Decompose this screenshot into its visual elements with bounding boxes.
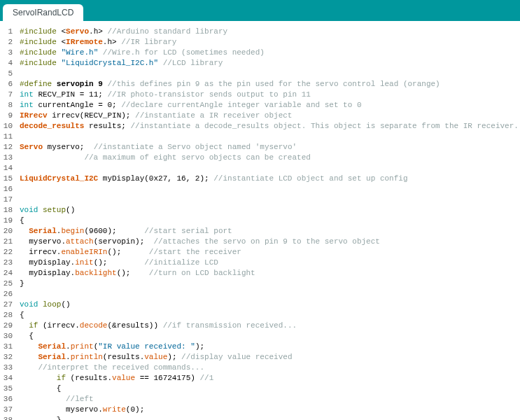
line-number: 27 <box>0 300 20 310</box>
line-code[interactable]: Servo myservo; //instantiate a Servo obj… <box>20 142 520 153</box>
line-code[interactable]: { <box>20 216 520 226</box>
line-code[interactable]: } <box>20 279 520 289</box>
code-line[interactable]: 11 <box>0 132 520 142</box>
line-code[interactable]: //a maximum of eight servo objects can b… <box>20 153 520 163</box>
line-number: 6 <box>0 79 20 90</box>
line-number: 9 <box>0 111 20 121</box>
line-code[interactable]: void loop() <box>20 300 520 310</box>
line-number: 2 <box>0 37 20 48</box>
code-line[interactable]: 3#include "Wire.h" //Wire.h for LCD (som… <box>0 48 520 58</box>
line-code[interactable]: //interpret the received commands... <box>20 363 520 373</box>
line-code[interactable]: Serial.print("IR value received: "); <box>20 342 520 352</box>
line-code[interactable]: { <box>20 310 520 321</box>
line-number: 7 <box>0 90 20 100</box>
line-number: 18 <box>0 205 20 216</box>
code-line[interactable]: 35 { <box>0 384 520 394</box>
line-code[interactable]: IRrecv irrecv(RECV_PIN); //instantiate a… <box>20 111 520 121</box>
line-number: 33 <box>0 363 20 373</box>
line-code[interactable] <box>20 163 520 174</box>
line-code[interactable]: int currentAngle = 0; //declare currentA… <box>20 100 520 111</box>
file-tab[interactable]: ServoIRandLCD <box>3 4 83 21</box>
code-line[interactable]: 25} <box>0 279 520 289</box>
line-code[interactable]: #include <Servo.h> //Arduino standard li… <box>20 27 520 37</box>
code-line[interactable]: 38 } <box>0 415 520 420</box>
code-line[interactable]: 6#define servopin 9 //this defines pin 9… <box>0 79 520 90</box>
ide-tab-bar: ServoIRandLCD <box>0 0 520 21</box>
code-line[interactable]: 18void setup() <box>0 205 520 216</box>
line-code[interactable]: LiquidCrystal_I2C myDisplay(0x27, 16, 2)… <box>20 174 520 184</box>
code-line[interactable]: 23 myDisplay.init(); //initialize LCD <box>0 258 520 268</box>
code-line[interactable]: 33 //interpret the received commands... <box>0 363 520 373</box>
code-line[interactable]: 5 <box>0 69 520 79</box>
code-line[interactable]: 22 irrecv.enableIRIn(); //start the rece… <box>0 247 520 258</box>
code-line[interactable]: 19{ <box>0 216 520 226</box>
line-code[interactable] <box>20 132 520 142</box>
code-line[interactable]: 30 { <box>0 331 520 342</box>
code-line[interactable]: 10decode_results results; //instantiate … <box>0 121 520 132</box>
code-line[interactable]: 12Servo myservo; //instantiate a Servo o… <box>0 142 520 153</box>
line-code[interactable]: irrecv.enableIRIn(); //start the receive… <box>20 247 520 258</box>
code-line[interactable]: 14 <box>0 163 520 174</box>
line-code[interactable]: int RECV_PIN = 11; //IR photo-transistor… <box>20 90 520 100</box>
code-line[interactable]: 28{ <box>0 310 520 321</box>
code-line[interactable]: 8int currentAngle = 0; //declare current… <box>0 100 520 111</box>
line-code[interactable] <box>20 195 520 205</box>
line-number: 20 <box>0 226 20 237</box>
line-number: 31 <box>0 342 20 352</box>
line-code[interactable]: //left <box>20 394 520 405</box>
line-number: 8 <box>0 100 20 111</box>
line-code[interactable]: decode_results results; //instantiate a … <box>20 121 520 132</box>
line-code[interactable]: } <box>20 415 520 420</box>
line-number: 28 <box>0 310 20 321</box>
code-line[interactable]: 13 //a maximum of eight servo objects ca… <box>0 153 520 163</box>
line-number: 3 <box>0 48 20 58</box>
line-number: 10 <box>0 121 20 132</box>
line-code[interactable]: Serial.println(results.value); //display… <box>20 352 520 363</box>
line-code[interactable]: { <box>20 331 520 342</box>
line-code[interactable]: myDisplay.backlight(); //turn on LCD bac… <box>20 268 520 279</box>
code-line[interactable]: 24 myDisplay.backlight(); //turn on LCD … <box>0 268 520 279</box>
code-line[interactable]: 31 Serial.print("IR value received: "); <box>0 342 520 352</box>
code-line[interactable]: 15LiquidCrystal_I2C myDisplay(0x27, 16, … <box>0 174 520 184</box>
code-line[interactable]: 29 if (irrecv.decode(&results)) //if tra… <box>0 321 520 331</box>
code-line[interactable]: 26 <box>0 289 520 300</box>
line-number: 23 <box>0 258 20 268</box>
code-line[interactable]: 2#include <IRremote.h> //IR library <box>0 37 520 48</box>
code-line[interactable]: 32 Serial.println(results.value); //disp… <box>0 352 520 363</box>
line-code[interactable]: myservo.attach(servopin); //attaches the… <box>20 237 520 247</box>
line-number: 34 <box>0 373 20 384</box>
line-number: 32 <box>0 352 20 363</box>
code-line[interactable]: 9IRrecv irrecv(RECV_PIN); //instantiate … <box>0 111 520 121</box>
line-code[interactable]: #include "LiquidCrystal_I2C.h" //LCD lib… <box>20 58 520 69</box>
line-code[interactable]: Serial.begin(9600); //start serial port <box>20 226 520 237</box>
code-line[interactable]: 20 Serial.begin(9600); //start serial po… <box>0 226 520 237</box>
line-code[interactable] <box>20 184 520 195</box>
line-number: 4 <box>0 58 20 69</box>
line-number: 36 <box>0 394 20 405</box>
line-code[interactable]: if (results.value == 16724175) //1 <box>20 373 520 384</box>
code-line[interactable]: 17 <box>0 195 520 205</box>
code-line[interactable]: 27void loop() <box>0 300 520 310</box>
line-code[interactable] <box>20 289 520 300</box>
code-line[interactable]: 4#include "LiquidCrystal_I2C.h" //LCD li… <box>0 58 520 69</box>
code-line[interactable]: 1#include <Servo.h> //Arduino standard l… <box>0 27 520 37</box>
line-code[interactable] <box>20 69 520 79</box>
line-number: 24 <box>0 268 20 279</box>
code-editor[interactable]: 1#include <Servo.h> //Arduino standard l… <box>0 21 520 420</box>
code-line[interactable]: 21 myservo.attach(servopin); //attaches … <box>0 237 520 247</box>
line-number: 26 <box>0 289 20 300</box>
line-number: 38 <box>0 415 20 420</box>
line-code[interactable]: myDisplay.init(); //initialize LCD <box>20 258 520 268</box>
code-line[interactable]: 16 <box>0 184 520 195</box>
line-code[interactable]: myservo.write(0); <box>20 405 520 415</box>
code-line[interactable]: 37 myservo.write(0); <box>0 405 520 415</box>
line-code[interactable]: { <box>20 384 520 394</box>
line-code[interactable]: #include <IRremote.h> //IR library <box>20 37 520 48</box>
code-line[interactable]: 34 if (results.value == 16724175) //1 <box>0 373 520 384</box>
code-line[interactable]: 7int RECV_PIN = 11; //IR photo-transisto… <box>0 90 520 100</box>
code-line[interactable]: 36 //left <box>0 394 520 405</box>
line-code[interactable]: if (irrecv.decode(&results)) //if transm… <box>20 321 520 331</box>
line-code[interactable]: void setup() <box>20 205 520 216</box>
line-code[interactable]: #define servopin 9 //this defines pin 9 … <box>20 79 520 90</box>
line-code[interactable]: #include "Wire.h" //Wire.h for LCD (some… <box>20 48 520 58</box>
